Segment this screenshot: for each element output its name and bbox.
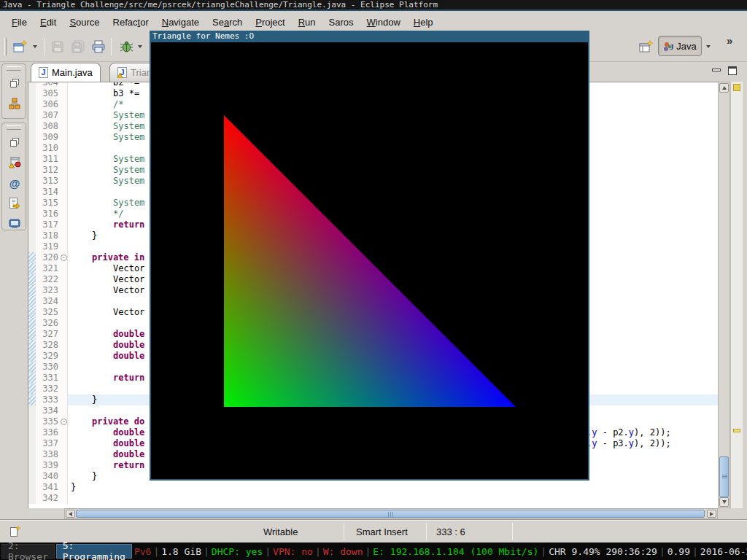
- print-button[interactable]: [89, 37, 108, 56]
- menu-navigate[interactable]: Navigate: [156, 15, 205, 30]
- annotation-ruler: [28, 252, 36, 263]
- statusbar-separator: [344, 523, 344, 540]
- fold-toggle-icon[interactable]: -: [61, 254, 67, 261]
- annotation-ruler: [28, 88, 36, 99]
- line-number: 327: [36, 329, 68, 340]
- menu-search[interactable]: Search: [206, 15, 248, 30]
- line-number: 324: [36, 296, 68, 307]
- new-wizard-dropdown[interactable]: [31, 37, 39, 56]
- horizontal-scrollbar-thumb[interactable]: [76, 510, 705, 518]
- line-number: 325: [36, 307, 68, 318]
- declaration-view-icon: [9, 198, 20, 209]
- status-segment: W: down: [323, 546, 363, 557]
- new-wizard-button[interactable]: [10, 37, 29, 56]
- annotation-ruler: [28, 82, 36, 88]
- toolbar-overflow[interactable]: »: [727, 34, 732, 47]
- console-view-button[interactable]: [2, 214, 27, 233]
- chevron-down-icon: [706, 45, 711, 48]
- code-line-342[interactable]: 342: [28, 493, 718, 504]
- annotation-ruler: [28, 384, 36, 394]
- code-text-fragment: .y - p2.y), 2));: [587, 427, 671, 438]
- save-all-button[interactable]: [69, 37, 88, 56]
- maximize-editor-icon[interactable]: [728, 66, 737, 75]
- line-number: 332: [36, 384, 68, 394]
- menu-file[interactable]: File: [6, 15, 33, 30]
- horizontal-scrollbar[interactable]: [64, 508, 718, 519]
- status-segment: 0.99: [667, 546, 690, 557]
- javadoc-view-button[interactable]: @: [2, 174, 27, 192]
- menu-edit[interactable]: Edit: [34, 15, 62, 30]
- code-text[interactable]: [68, 493, 718, 504]
- tab-main-java[interactable]: J Main.java: [31, 63, 101, 82]
- perspective-dropdown[interactable]: [703, 37, 713, 56]
- workspace-label: 2: Browser: [8, 540, 48, 560]
- save-button[interactable]: [48, 37, 67, 56]
- annotation-ruler: [28, 394, 36, 405]
- toolbar-grip[interactable]: [4, 38, 7, 55]
- toolbar-separator: [111, 38, 112, 55]
- java-perspective-icon: J: [663, 41, 674, 52]
- open-perspective-button[interactable]: [636, 37, 655, 56]
- status-segment: CHR 9.49% 290:36:29: [549, 546, 657, 557]
- menu-refactor[interactable]: Refactor: [107, 15, 155, 30]
- cursor-position: 333 : 6: [436, 526, 465, 537]
- menu-project[interactable]: Project: [249, 15, 290, 30]
- package-explorer-button[interactable]: [2, 94, 27, 113]
- line-number: 331: [36, 373, 68, 384]
- popup-title: Triangle for Nemes :O: [152, 31, 254, 41]
- chevron-down-icon: [138, 45, 142, 48]
- occurrence-marker[interactable]: [733, 84, 740, 91]
- minimize-editor-icon[interactable]: [712, 69, 721, 71]
- status-segment: DHCP: yes: [212, 546, 263, 557]
- annotation-ruler: [28, 132, 36, 143]
- menu-bar: FileEditSourceRefactorNavigateSearchProj…: [0, 12, 747, 31]
- restore-view-button[interactable]: [2, 133, 27, 152]
- overview-ruler[interactable]: [730, 82, 743, 508]
- code-line-341[interactable]: 341}: [28, 482, 718, 493]
- scroll-down-button[interactable]: [719, 497, 729, 507]
- menu-help[interactable]: Help: [408, 15, 439, 30]
- fastview-handle[interactable]: [7, 125, 21, 130]
- annotation-ruler: [28, 110, 36, 121]
- menu-window[interactable]: Window: [361, 15, 406, 30]
- line-number: 337: [36, 438, 68, 449]
- chevron-down-icon: [33, 45, 37, 48]
- declaration-view-button[interactable]: [2, 194, 27, 213]
- package-explorer-icon: [9, 98, 20, 109]
- debug-button[interactable]: [117, 37, 136, 56]
- popup-title-bar[interactable]: Triangle for Nemes :O: [150, 31, 589, 42]
- line-number: 328: [36, 340, 68, 351]
- occurrence-marker[interactable]: [733, 429, 740, 432]
- workspace-browser[interactable]: 2: Browser: [1, 544, 55, 559]
- menu-saros[interactable]: Saros: [323, 15, 360, 30]
- window-title-bar[interactable]: Java - Triangle Challenge/src/me/psrcek/…: [0, 0, 747, 11]
- perspective-label: Java: [676, 41, 696, 52]
- menu-run[interactable]: Run: [293, 15, 322, 30]
- fold-toggle-icon[interactable]: -: [61, 419, 67, 425]
- workspace-label: 5: Programming: [63, 540, 125, 560]
- line-number: 314: [36, 187, 68, 198]
- fastview-handle[interactable]: [7, 66, 21, 71]
- debug-dropdown[interactable]: [136, 37, 144, 56]
- workspace-programming[interactable]: 5: Programming: [56, 544, 132, 559]
- restore-view-button[interactable]: [2, 74, 27, 93]
- save-all-icon: [71, 40, 85, 53]
- vertical-scrollbar[interactable]: [718, 82, 730, 508]
- annotation-ruler: [28, 427, 36, 438]
- line-number: 335-: [36, 416, 68, 427]
- line-number: 310: [36, 143, 68, 154]
- problems-view-button[interactable]: [2, 153, 27, 172]
- line-number: 307: [36, 110, 68, 121]
- scroll-left-button[interactable]: [66, 510, 75, 518]
- line-number: 318: [36, 230, 68, 241]
- java-perspective-button[interactable]: J Java: [658, 36, 702, 56]
- code-text-fragment: .y - p3.y), 2));: [587, 438, 671, 449]
- menu-source[interactable]: Source: [63, 15, 105, 30]
- vertical-scrollbar-thumb[interactable]: [719, 456, 729, 497]
- code-text[interactable]: }: [68, 482, 718, 493]
- scroll-right-button[interactable]: [707, 510, 716, 518]
- thumb-grip: [390, 512, 391, 517]
- last-edit-location-button[interactable]: [9, 525, 22, 540]
- scroll-up-button[interactable]: [719, 83, 729, 93]
- annotation-ruler: [28, 460, 36, 471]
